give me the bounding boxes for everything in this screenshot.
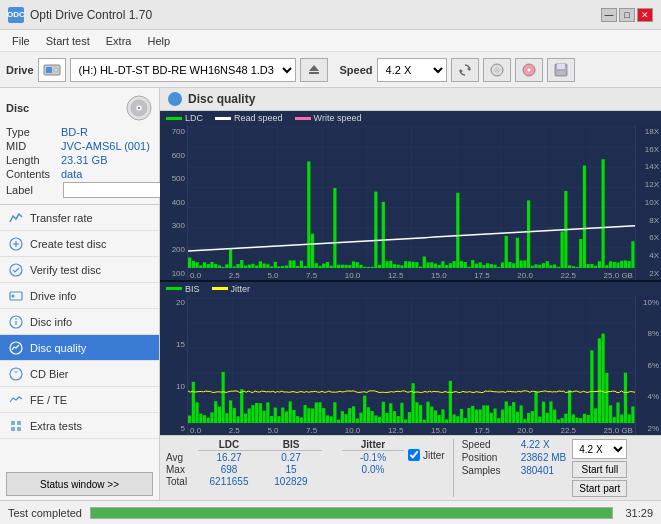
upper-x-labels: 0.0 2.5 5.0 7.5 10.0 12.5 15.0 17.5 20.0… bbox=[188, 271, 635, 280]
svg-point-11 bbox=[527, 68, 531, 72]
disc-label-label: Label bbox=[6, 184, 61, 196]
svg-point-2 bbox=[54, 68, 58, 72]
main-layout: Disc Type BD-R MID JVC-AMS6L (001) Lengt… bbox=[0, 88, 661, 500]
cd-bier-icon bbox=[8, 366, 24, 382]
disc-header: Disc bbox=[6, 94, 153, 122]
stats-divider bbox=[453, 439, 454, 497]
eject-button[interactable] bbox=[300, 58, 328, 82]
sidebar-item-extra-tests-label: Extra tests bbox=[30, 420, 82, 432]
speed-select[interactable]: 4.2 X bbox=[377, 58, 447, 82]
lower-chart-canvas bbox=[160, 296, 661, 435]
save-button[interactable] bbox=[547, 58, 575, 82]
jitter-header: Jitter bbox=[342, 439, 404, 451]
disc-mid-row: MID JVC-AMS6L (001) bbox=[6, 140, 153, 152]
position-row: Position 23862 MB bbox=[462, 452, 567, 463]
legend-ldc-color bbox=[166, 117, 182, 120]
start-part-button[interactable]: Start part bbox=[572, 480, 627, 497]
write-button[interactable] bbox=[515, 58, 543, 82]
lower-chart: BIS Jitter 10% 8% 6% 4% bbox=[160, 282, 661, 435]
status-window-button[interactable]: Status window >> bbox=[6, 472, 153, 496]
sidebar-item-transfer-rate[interactable]: Transfer rate bbox=[0, 205, 159, 231]
lower-legend: BIS Jitter bbox=[160, 282, 661, 296]
speed-select-stats[interactable]: 4.2 X bbox=[572, 439, 627, 459]
start-full-button[interactable]: Start full bbox=[572, 461, 627, 478]
x-label-2-5: 2.5 bbox=[229, 271, 240, 280]
disc-icon bbox=[125, 94, 153, 122]
stats-headers: LDC BIS Jitter bbox=[166, 439, 404, 451]
avg-bis: 0.27 bbox=[260, 452, 322, 463]
y-label-18x: 18X bbox=[638, 127, 659, 136]
refresh-button[interactable] bbox=[451, 58, 479, 82]
y-label-300: 300 bbox=[162, 221, 185, 230]
x-label-17-5: 17.5 bbox=[474, 271, 490, 280]
x-label-20: 20.0 bbox=[517, 271, 533, 280]
upper-y-left-labels: 700 600 500 400 300 200 100 bbox=[160, 125, 188, 280]
progress-bar bbox=[91, 508, 612, 518]
title-controls: — □ ✕ bbox=[601, 8, 653, 22]
total-bis: 102829 bbox=[260, 476, 322, 487]
sidebar-item-create-test-disc[interactable]: Create test disc bbox=[0, 231, 159, 257]
transfer-rate-icon bbox=[8, 210, 24, 226]
total-label: Total bbox=[166, 476, 198, 487]
menu-file[interactable]: File bbox=[4, 33, 38, 49]
sidebar-item-fe-te[interactable]: FE / TE bbox=[0, 387, 159, 413]
disc-mid-label: MID bbox=[6, 140, 61, 152]
status-text: Test completed bbox=[8, 507, 82, 519]
stats-main-cols: LDC BIS Jitter Avg 16.27 0.27 -0.1% bbox=[166, 439, 404, 487]
y-label-100: 100 bbox=[162, 269, 185, 278]
legend-jitter-label: Jitter bbox=[231, 284, 251, 294]
close-button[interactable]: ✕ bbox=[637, 8, 653, 22]
maximize-button[interactable]: □ bbox=[619, 8, 635, 22]
disc-quality-header: Disc quality bbox=[160, 88, 661, 111]
x-label-22-5: 22.5 bbox=[560, 271, 576, 280]
stats-max-row: Max 698 15 0.0% bbox=[166, 464, 404, 475]
legend-jitter: Jitter bbox=[212, 284, 251, 294]
legend-ldc-label: LDC bbox=[185, 113, 203, 123]
progress-container bbox=[90, 507, 613, 519]
svg-point-18 bbox=[138, 107, 140, 109]
legend-read-speed-label: Read speed bbox=[234, 113, 283, 123]
bis-header: BIS bbox=[260, 439, 322, 451]
jitter-checkbox-label[interactable]: Jitter bbox=[408, 449, 445, 461]
sidebar-item-cd-bier[interactable]: CD Bier bbox=[0, 361, 159, 387]
sidebar-item-extra-tests[interactable]: Extra tests bbox=[0, 413, 159, 439]
fe-te-icon bbox=[8, 392, 24, 408]
sidebar-item-verify-test-disc[interactable]: Verify test disc bbox=[0, 257, 159, 283]
max-bis: 15 bbox=[260, 464, 322, 475]
disc-contents-row: Contents data bbox=[6, 168, 153, 180]
ly-label-2pct: 2% bbox=[638, 424, 659, 433]
minimize-button[interactable]: — bbox=[601, 8, 617, 22]
content-area: Disc quality LDC Read speed bbox=[160, 88, 661, 500]
disc-label-row: Label bbox=[6, 182, 153, 198]
max-jitter: 0.0% bbox=[342, 464, 404, 475]
jitter-checkbox[interactable] bbox=[408, 449, 420, 461]
samples-row: Samples 380401 bbox=[462, 465, 567, 476]
samples-value: 380401 bbox=[521, 465, 554, 476]
ly-label-4pct: 4% bbox=[638, 392, 659, 401]
menu-extra[interactable]: Extra bbox=[98, 33, 140, 49]
avg-label: Avg bbox=[166, 452, 198, 463]
sidebar-item-drive-info[interactable]: Drive info bbox=[0, 283, 159, 309]
legend-bis-color bbox=[166, 287, 182, 290]
y-label-10x: 10X bbox=[638, 198, 659, 207]
sidebar-item-disc-info[interactable]: Disc info bbox=[0, 309, 159, 335]
drive-select[interactable]: (H:) HL-DT-ST BD-RE WH16NS48 1.D3 bbox=[70, 58, 296, 82]
menu-help[interactable]: Help bbox=[139, 33, 178, 49]
upper-chart: LDC Read speed Write speed bbox=[160, 111, 661, 282]
stats-total-row: Total 6211655 102829 bbox=[166, 476, 404, 487]
disc-mid-value: JVC-AMS6L (001) bbox=[61, 140, 150, 152]
sidebar-item-disc-quality[interactable]: Disc quality bbox=[0, 335, 159, 361]
disc-button[interactable] bbox=[483, 58, 511, 82]
menu-start-test[interactable]: Start test bbox=[38, 33, 98, 49]
disc-panel-title: Disc bbox=[6, 102, 29, 114]
title-bar: ODC Opti Drive Control 1.70 — □ ✕ bbox=[0, 0, 661, 30]
svg-point-9 bbox=[496, 69, 498, 71]
legend-read-speed-color bbox=[215, 117, 231, 120]
y-label-500: 500 bbox=[162, 174, 185, 183]
y-label-16x: 16X bbox=[638, 145, 659, 154]
x-label-7-5: 7.5 bbox=[306, 271, 317, 280]
ly-label-10: 10 bbox=[162, 382, 185, 391]
x-label-25: 25.0 GB bbox=[604, 271, 633, 280]
disc-contents-label: Contents bbox=[6, 168, 61, 180]
sidebar-item-verify-test-disc-label: Verify test disc bbox=[30, 264, 101, 276]
